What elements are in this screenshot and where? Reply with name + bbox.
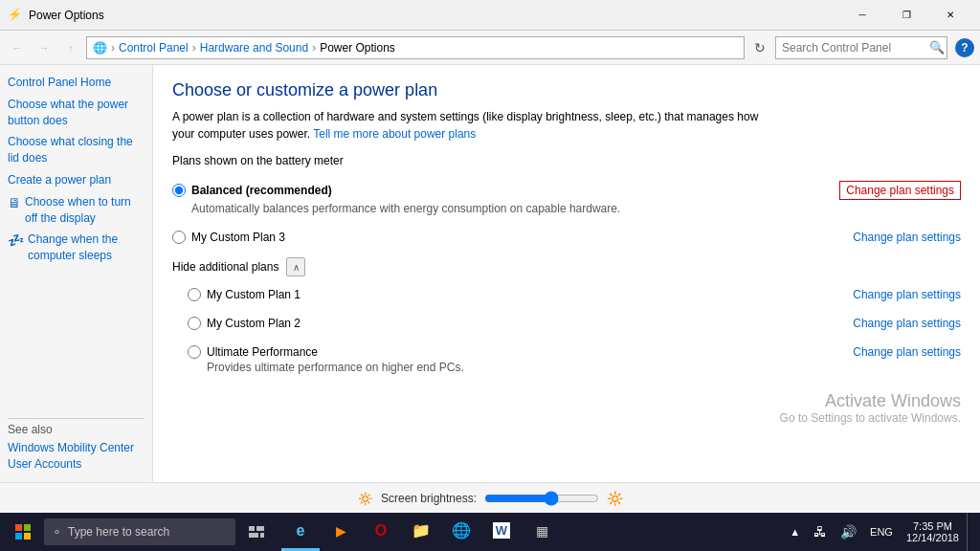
svg-rect-5 — [256, 526, 264, 531]
address-box[interactable]: 🌐 › Control Panel › Hardware and Sound ›… — [86, 36, 745, 59]
svg-rect-2 — [15, 533, 22, 540]
page-description: A power plan is a collection of hardware… — [172, 108, 766, 143]
window-icon: ⚡ — [8, 8, 23, 23]
see-also-section: See also Windows Mobility Center User Ac… — [8, 405, 145, 473]
show-desktop-button[interactable] — [967, 513, 972, 551]
taskbar-search[interactable]: ⚬ Type here to search — [44, 518, 235, 545]
taskbar-search-icon: ⚬ — [52, 525, 62, 540]
breadcrumb-power-options: Power Options — [320, 41, 395, 55]
taskbar-app-edge[interactable]: e — [281, 513, 320, 551]
title-bar: ⚡ Power Options ─ ❐ ✕ — [0, 0, 980, 31]
taskbar-app-folder[interactable]: 📁 — [402, 513, 440, 551]
sidebar-item-mobility-center[interactable]: Windows Mobility Center — [8, 440, 145, 456]
tray-network-icon[interactable]: 🖧 — [808, 513, 833, 551]
search-box[interactable]: 🔍 — [775, 36, 947, 59]
up-button[interactable]: ↑ — [59, 36, 82, 59]
search-input[interactable] — [782, 41, 925, 55]
tell-me-link[interactable]: Tell me more about power plans — [313, 127, 476, 141]
collapse-button[interactable]: ∧ — [286, 257, 305, 276]
plan-item-ultimate: Ultimate Performance Change plan setting… — [188, 342, 961, 378]
sidebar-item-computer-sleeps[interactable]: 💤 Change when the computer sleeps — [8, 231, 145, 264]
misc-app-icon: ▦ — [536, 523, 548, 539]
chrome-icon: 🌐 — [452, 521, 471, 540]
plan-radio-ultimate[interactable] — [188, 345, 201, 359]
brightness-label: Screen brightness: — [381, 492, 477, 505]
svg-rect-0 — [15, 524, 22, 531]
activate-title: Activate Windows — [780, 391, 961, 411]
edge-icon: e — [297, 522, 305, 540]
taskbar-app-misc[interactable]: ▦ — [523, 513, 561, 551]
refresh-button[interactable]: ↻ — [748, 36, 771, 59]
battery-section-title: Plans shown on the battery meter — [172, 154, 961, 167]
tray-volume-icon[interactable]: 🔊 — [835, 513, 862, 551]
search-icon: 🔍 — [929, 40, 945, 55]
clock-date: 12/14/2018 — [906, 532, 959, 543]
see-also-title: See also — [8, 423, 145, 436]
change-plan-custom2-link[interactable]: Change plan settings — [853, 317, 961, 330]
tray-overflow-button[interactable]: ▲ — [784, 513, 806, 551]
tray-up-icon: ▲ — [790, 526, 800, 538]
svg-rect-6 — [249, 533, 258, 538]
plan-radio-custom2[interactable] — [188, 317, 201, 330]
lang-label: ENG — [870, 526, 893, 538]
change-plan-custom1-link[interactable]: Change plan settings — [853, 288, 961, 301]
start-button[interactable] — [4, 513, 42, 551]
plan-radio-custom1[interactable] — [188, 288, 201, 301]
computer-sleeps-link[interactable]: Change when the computer sleeps — [28, 231, 145, 264]
breadcrumb-hardware-sound[interactable]: Hardware and Sound — [200, 41, 308, 55]
plan-name-custom3: My Custom Plan 3 — [191, 231, 285, 244]
content-area: Choose or customize a power plan A power… — [153, 65, 980, 482]
change-plan-custom3-link[interactable]: Change plan settings — [853, 231, 961, 244]
network-icon: 🖧 — [813, 524, 827, 540]
restore-button[interactable]: ❐ — [884, 0, 928, 31]
plan-radio-custom3[interactable] — [172, 231, 186, 244]
svg-rect-7 — [260, 533, 264, 538]
page-title: Choose or customize a power plan — [172, 80, 961, 100]
monitor-icon: 🖥 — [8, 194, 21, 213]
tray-lang[interactable]: ENG — [864, 513, 899, 551]
task-view-button[interactable] — [237, 513, 276, 551]
hide-additional-plans-section: Hide additional plans ∧ — [172, 257, 961, 276]
hide-plans-label: Hide additional plans — [172, 260, 278, 274]
change-plan-ultimate-link[interactable]: Change plan settings — [853, 345, 961, 359]
plan-radio-balanced[interactable] — [172, 184, 186, 197]
plan-item-custom1: My Custom Plan 1 Change plan settings — [188, 284, 961, 305]
additional-plans: My Custom Plan 1 Change plan settings My… — [188, 284, 961, 378]
main-content: Control Panel Home Choose what the power… — [0, 65, 980, 482]
plan-desc-ultimate: Provides ultimate performance on higher … — [207, 361, 961, 374]
taskbar-app-word[interactable]: W — [482, 513, 521, 551]
volume-icon: 🔊 — [840, 524, 857, 540]
taskbar-app-chrome[interactable]: 🌐 — [442, 513, 480, 551]
taskbar-app-opera[interactable]: O — [362, 513, 400, 551]
breadcrumb-control-panel[interactable]: Control Panel — [119, 41, 189, 55]
plan-item-balanced: Balanced (recommended) Change plan setti… — [172, 177, 961, 219]
windows-logo-icon — [15, 524, 31, 540]
help-button[interactable]: ? — [955, 38, 974, 57]
svg-rect-1 — [24, 524, 31, 531]
sidebar-item-closing-lid[interactable]: Choose what closing the lid does — [8, 134, 145, 166]
folder-icon: 📁 — [412, 521, 431, 540]
brightness-dim-icon: 🔅 — [357, 491, 373, 506]
task-view-icon — [249, 526, 264, 538]
change-plan-balanced-button[interactable]: Change plan settings — [839, 181, 961, 200]
sidebar: Control Panel Home Choose what the power… — [0, 65, 153, 482]
plan-item-custom3: My Custom Plan 3 Change plan settings — [172, 227, 961, 248]
brightness-slider[interactable] — [484, 491, 599, 506]
sidebar-item-create-plan[interactable]: Create a power plan — [8, 172, 145, 188]
taskbar: ⚬ Type here to search e ▶ O 📁 🌐 W — [0, 513, 980, 551]
plan-name-balanced: Balanced (recommended) — [191, 184, 332, 197]
taskbar-search-text: Type here to search — [68, 525, 169, 539]
close-button[interactable]: ✕ — [928, 0, 972, 31]
turn-off-display-link[interactable]: Choose when to turn off the display — [25, 194, 145, 227]
back-button[interactable]: ← — [6, 36, 29, 59]
forward-button[interactable]: → — [33, 36, 56, 59]
minimize-button[interactable]: ─ — [840, 0, 884, 31]
activate-watermark: Activate Windows Go to Settings to activ… — [780, 391, 961, 425]
sidebar-item-power-button[interactable]: Choose what the power button does — [8, 97, 145, 129]
sidebar-item-control-panel-home[interactable]: Control Panel Home — [8, 75, 145, 91]
sidebar-item-turn-off-display[interactable]: 🖥 Choose when to turn off the display — [8, 194, 145, 227]
sidebar-item-user-accounts[interactable]: User Accounts — [8, 456, 145, 473]
taskbar-app-vlc[interactable]: ▶ — [322, 513, 360, 551]
tray-clock[interactable]: 7:35 PM 12/14/2018 — [901, 513, 965, 551]
taskbar-tray: ▲ 🖧 🔊 ENG 7:35 PM 12/14/2018 — [784, 513, 976, 551]
